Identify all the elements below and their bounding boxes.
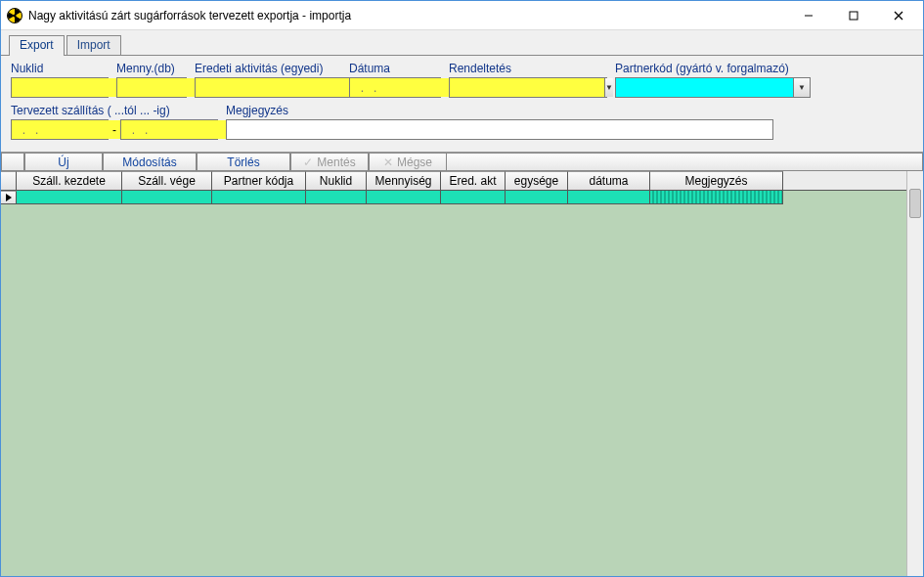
cell-szall-kezdete[interactable] [17, 191, 122, 204]
cell-mennyiseg[interactable] [367, 191, 441, 204]
new-button[interactable]: Új [24, 153, 103, 171]
form-panel: Nuklid ▼ Menny.(db) Eredeti aktivitás (e… [1, 56, 923, 152]
col-nuklid[interactable]: Nuklid [306, 171, 367, 190]
nuklid-label: Nuklid [11, 62, 109, 75]
megjegyzes-label: Megjegyzés [226, 104, 773, 117]
datuma-datebox[interactable]: 15 [349, 77, 441, 98]
dropdown-icon[interactable]: ▼ [793, 78, 810, 97]
col-datuma[interactable]: dátuma [568, 171, 650, 190]
check-icon: ✓ [303, 155, 313, 169]
vertical-scrollbar[interactable] [906, 171, 923, 576]
action-trailing-spacer [447, 153, 923, 171]
cell-ered-akt[interactable] [441, 191, 506, 204]
grid-panel: Száll. kezdete Száll. vége Partner kódja… [1, 171, 923, 576]
date-range-sep: - [109, 123, 120, 137]
radiation-icon [7, 8, 22, 23]
tervezett-label: Tervezett szállítás ( ...tól ... -ig) [11, 104, 218, 117]
eredeti-value-box[interactable] [195, 77, 351, 98]
titlebar-buttons [786, 2, 921, 29]
partnerkod-input[interactable] [616, 78, 793, 97]
eredeti-label: Eredeti aktivitás (egyedi) [195, 62, 341, 75]
grid-row-selector-header[interactable] [1, 171, 17, 190]
rendeltetes-combo[interactable]: ▼ [449, 77, 607, 98]
delete-button[interactable]: Törlés [197, 153, 290, 171]
modify-button[interactable]: Módosítás [103, 153, 197, 171]
minimize-button[interactable] [786, 2, 831, 29]
cell-partner-kodja[interactable] [212, 191, 306, 204]
megjegyzes-input[interactable] [227, 120, 772, 139]
titlebar[interactable]: Nagy aktivitású zárt sugárforrások terve… [1, 1, 923, 30]
nuklid-combo[interactable]: ▼ [11, 77, 109, 98]
tervezett-to-datebox[interactable]: 15 [120, 119, 218, 140]
tervezett-from-datebox[interactable]: 15 [11, 119, 109, 140]
menny-input-box[interactable] [116, 77, 187, 98]
scrollbar-thumb[interactable] [909, 189, 921, 218]
dropdown-icon[interactable]: ▼ [604, 78, 613, 97]
tab-import[interactable]: Import [66, 35, 121, 55]
partnerkod-combo[interactable]: ▼ [615, 77, 811, 98]
col-partner-kodja[interactable]: Partner kódja [212, 171, 306, 190]
eredeti-value-input[interactable] [196, 78, 350, 97]
app-window: Nagy aktivitású zárt sugárforrások terve… [0, 0, 924, 577]
cancel-button[interactable]: ✕ Mégse [369, 153, 447, 171]
maximize-button[interactable] [831, 2, 876, 29]
save-button[interactable]: ✓ Mentés [290, 153, 369, 171]
action-row: Új Módosítás Törlés ✓ Mentés ✕ Mégse [1, 152, 923, 171]
megjegyzes-textbox[interactable] [226, 119, 773, 140]
svg-point-1 [13, 14, 16, 17]
col-egysege[interactable]: egysége [506, 171, 568, 190]
rendeltetes-label: Rendeltetés [449, 62, 607, 75]
action-leading-spacer [1, 153, 24, 171]
col-mennyiseg[interactable]: Mennyiség [367, 171, 441, 190]
tabbar: Export Import [1, 30, 923, 56]
close-icon: ✕ [383, 155, 393, 169]
col-ered-akt[interactable]: Ered. akt [441, 171, 506, 190]
grid-header: Száll. kezdete Száll. vége Partner kódja… [1, 171, 923, 191]
datuma-label: Dátuma [349, 62, 441, 75]
col-megjegyzes[interactable]: Megjegyzés [650, 171, 783, 190]
client-area: Export Import Nuklid ▼ Menny.(db) [1, 30, 923, 576]
cell-szall-vege[interactable] [122, 191, 212, 204]
svg-marker-15 [6, 194, 12, 201]
cell-egysege[interactable] [506, 191, 568, 204]
close-button[interactable] [876, 2, 921, 29]
partnerkod-label: Partnerkód (gyártó v. forgalmazó) [615, 62, 811, 75]
cell-datuma[interactable] [568, 191, 650, 204]
rendeltetes-input[interactable] [450, 78, 604, 97]
cell-megjegyzes[interactable] [650, 191, 783, 204]
svg-rect-3 [850, 12, 858, 20]
tab-export[interactable]: Export [9, 35, 65, 56]
menny-label: Menny.(db) [116, 62, 187, 75]
row-indicator-icon[interactable] [1, 191, 17, 204]
grid-row[interactable] [1, 191, 923, 204]
col-szall-kezdete[interactable]: Száll. kezdete [17, 171, 122, 190]
cell-nuklid[interactable] [306, 191, 367, 204]
col-szall-vege[interactable]: Száll. vége [122, 171, 212, 190]
window-title: Nagy aktivitású zárt sugárforrások terve… [28, 9, 786, 22]
